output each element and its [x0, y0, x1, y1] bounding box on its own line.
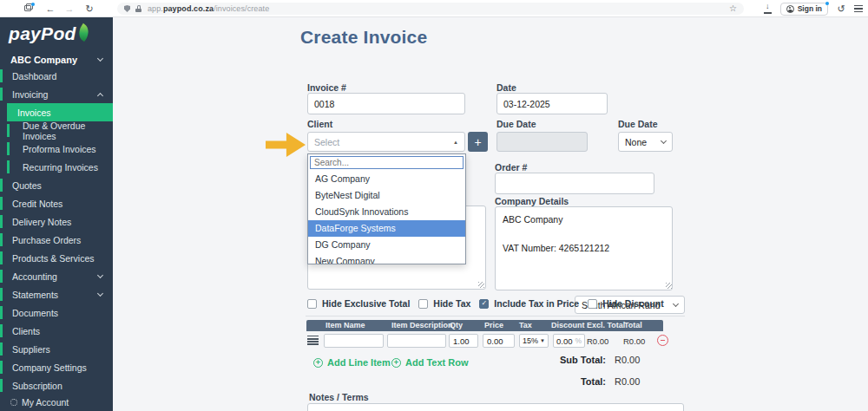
col-discount: Discount	[551, 320, 585, 331]
plus-circle-icon: +	[391, 358, 401, 368]
add-client-button[interactable]: +	[468, 132, 488, 152]
sidebar-item-dashboard[interactable]: Dashboard	[0, 67, 113, 85]
sidebar-item-recurring-invoices[interactable]: Recurring Invoices	[0, 158, 113, 176]
due-date-preset-value: None	[625, 137, 647, 147]
client-label: Client	[307, 119, 332, 129]
hide-exclusive-total-label: Hide Exclusive Total	[322, 298, 410, 309]
hide-discount-checkbox[interactable]	[588, 299, 597, 309]
col-tax: Tax	[519, 320, 532, 331]
company-details-label: Company Details	[495, 196, 569, 206]
discount-input[interactable]	[556, 336, 574, 346]
client-search-input[interactable]	[310, 156, 464, 169]
col-excl-total: Excl. Total	[587, 320, 625, 331]
sub-total-value: R0.00	[615, 355, 660, 365]
sidebar-item-subscription[interactable]: Subscription	[0, 376, 113, 395]
forward-icon[interactable]: →	[62, 0, 76, 17]
tax-select[interactable]: 15% ▼	[519, 334, 549, 348]
hide-tax-checkbox[interactable]	[418, 299, 428, 309]
tab-overview-icon[interactable]	[24, 4, 33, 12]
item-name-input[interactable]	[324, 334, 384, 348]
sidebar-item-suppliers[interactable]: Suppliers	[0, 340, 113, 358]
invoice-number-input[interactable]	[307, 93, 465, 114]
caret-up-icon: ▲	[453, 140, 458, 145]
items-table-header: Item Name Item Description Qty Price Tax…	[306, 320, 663, 331]
add-text-row-button[interactable]: + Add Text Row	[391, 357, 469, 368]
url-text: app.paypod.co.za/invoices/create	[148, 4, 269, 13]
client-select-placeholder: Select	[314, 137, 339, 147]
total-label: Total:	[581, 376, 606, 387]
sidebar-item-products-services[interactable]: Products & Services	[0, 249, 113, 267]
sidebar-nav: Dashboard Invoicing Invoices Due & Overd…	[0, 67, 113, 395]
add-line-item-button[interactable]: + Add Line Item	[313, 357, 391, 368]
sign-in-button[interactable]: Sign in	[780, 3, 828, 16]
chevron-up-icon	[97, 92, 103, 98]
sidebar-item-purchase-orders[interactable]: Purchase Orders	[0, 231, 113, 249]
company-selector-label: ABC Company	[10, 55, 77, 65]
resize-grip-icon[interactable]	[666, 283, 672, 289]
row-excl-total: R0.00	[587, 336, 608, 346]
menu-icon[interactable]	[854, 5, 863, 12]
sidebar-item-my-account[interactable]: My Account	[0, 394, 113, 411]
chevron-down-icon	[97, 271, 103, 277]
due-date-preset-select[interactable]: None	[618, 132, 673, 152]
app-logo[interactable]: payPod	[0, 17, 113, 50]
price-input[interactable]	[483, 334, 515, 348]
caret-down-icon: ▼	[540, 338, 545, 343]
leaf-icon	[75, 23, 92, 41]
client-option[interactable]: DG Company	[308, 237, 465, 253]
col-total: Total	[624, 320, 642, 331]
notification-dot	[31, 3, 35, 6]
hide-tax-label: Hide Tax	[433, 298, 470, 309]
sidebar-item-statements[interactable]: Statements	[0, 285, 113, 303]
row-drag-handle-icon[interactable]	[307, 336, 319, 345]
sidebar-item-invoices[interactable]: Invoices	[7, 103, 113, 121]
qty-input[interactable]	[449, 334, 478, 348]
client-option[interactable]: AG Company	[308, 171, 465, 187]
client-dropdown: AG Company ByteNest Digital CloudSynk In…	[307, 153, 466, 264]
shield-icon[interactable]	[124, 5, 130, 12]
sidebar-item-due-overdue-invoices[interactable]: Due & Overdue Invoices	[0, 121, 113, 140]
account-icon	[786, 5, 794, 13]
col-item-name: Item Name	[326, 320, 365, 331]
sidebar-item-invoicing[interactable]: Invoicing	[0, 85, 113, 103]
sidebar-item-documents[interactable]: Documents	[0, 303, 113, 322]
sidebar-item-proforma-invoices[interactable]: Proforma Invoices	[0, 140, 113, 158]
client-option[interactable]: New Company	[308, 253, 465, 264]
lock-icon[interactable]	[135, 5, 141, 12]
client-option[interactable]: ByteNest Digital	[308, 187, 465, 204]
sub-total-line: Sub Total: R0.00	[460, 355, 660, 365]
order-number-label: Order #	[495, 162, 527, 173]
order-number-input[interactable]	[495, 173, 654, 194]
resize-grip-icon[interactable]	[478, 282, 484, 288]
annotation-arrow-icon	[266, 131, 306, 159]
percent-unit: %	[575, 336, 582, 345]
restore-session-icon[interactable]: ↺	[836, 0, 846, 17]
include-tax-in-price-checkbox[interactable]: ✓	[479, 299, 489, 309]
sidebar-item-credit-notes[interactable]: Credit Notes	[0, 194, 113, 212]
sidebar-item-accounting[interactable]: Accounting	[0, 267, 113, 285]
client-option-highlighted[interactable]: DataForge Systems	[308, 220, 465, 237]
remove-row-button[interactable]	[657, 335, 668, 346]
reload-icon[interactable]: ↻	[82, 0, 96, 17]
bookmark-star-icon[interactable]: ☆	[729, 3, 737, 15]
col-price: Price	[484, 320, 503, 331]
sidebar: payPod ABC Company Dashboard Invoicing I…	[0, 17, 113, 411]
sidebar-item-quotes[interactable]: Quotes	[0, 176, 113, 194]
notification-dot	[825, 2, 830, 6]
hide-exclusive-total-checkbox[interactable]	[307, 299, 317, 309]
sidebar-item-delivery-notes[interactable]: Delivery Notes	[0, 212, 113, 231]
sidebar-item-clients[interactable]: Clients	[0, 322, 113, 340]
sidebar-item-company-settings[interactable]: Company Settings	[0, 358, 113, 376]
chevron-down-icon	[673, 301, 679, 307]
client-select[interactable]: Select ▲	[307, 132, 465, 152]
sub-total-label: Sub Total:	[560, 355, 606, 365]
client-option[interactable]: CloudSynk Innovations	[308, 204, 465, 220]
chevron-down-icon	[661, 138, 667, 144]
company-details-textarea[interactable]: ABC Company VAT Number: 4265121212	[495, 206, 673, 290]
downloads-icon[interactable]: ↓	[763, 4, 773, 14]
item-description-input[interactable]	[387, 334, 446, 348]
address-bar[interactable]: app.paypod.co.za/invoices/create ☆	[117, 3, 744, 15]
date-input[interactable]	[496, 93, 608, 114]
back-icon[interactable]: ←	[43, 0, 57, 17]
notes-terms-input[interactable]	[307, 403, 684, 411]
